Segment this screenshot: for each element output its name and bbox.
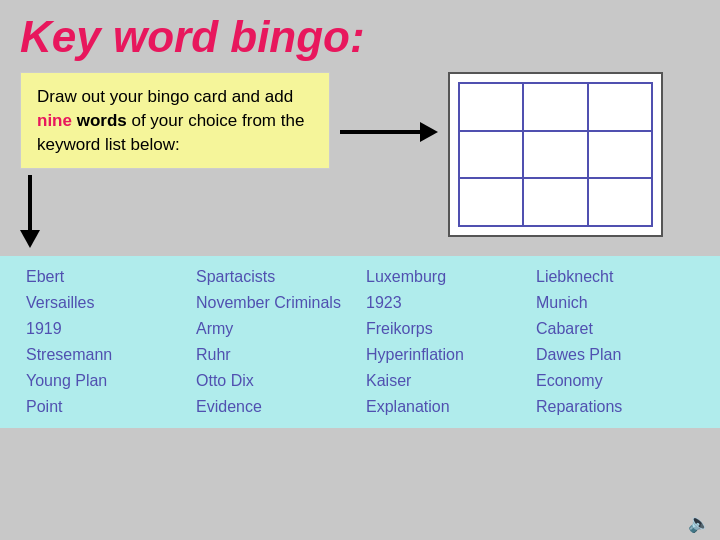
bingo-cell xyxy=(524,84,588,132)
list-item: Cabaret xyxy=(530,316,700,342)
list-item: Kaiser xyxy=(360,368,530,394)
list-item: Stresemann xyxy=(20,342,190,368)
arrow-down-container xyxy=(20,175,40,248)
list-item: 1919 xyxy=(20,316,190,342)
top-section: Draw out your bingo card and add nine wo… xyxy=(0,72,720,248)
list-item: Point xyxy=(20,394,190,420)
arrow-down-icon xyxy=(20,230,40,248)
list-item: November Criminals xyxy=(190,290,360,316)
list-item: Dawes Plan xyxy=(530,342,700,368)
instruction-bold: words xyxy=(77,111,127,130)
page-title: Key word bingo: xyxy=(20,12,700,62)
list-item: Freikorps xyxy=(360,316,530,342)
table-row: VersaillesNovember Criminals1923Munich xyxy=(20,290,700,316)
list-item: Evidence xyxy=(190,394,360,420)
bingo-grid xyxy=(458,82,653,227)
bingo-cell xyxy=(589,84,653,132)
table-row: Young PlanOtto DixKaiserEconomy xyxy=(20,368,700,394)
list-item: Hyperinflation xyxy=(360,342,530,368)
list-item: Ruhr xyxy=(190,342,360,368)
table-row: PointEvidenceExplanationReparations xyxy=(20,394,700,420)
arrow-right-line xyxy=(340,130,420,134)
list-item: Ebert xyxy=(20,264,190,290)
arrow-right-icon xyxy=(340,122,438,142)
keywords-table: EbertSpartacistsLuxemburgLiebknechtVersa… xyxy=(20,264,700,420)
list-item: Army xyxy=(190,316,360,342)
arrow-right-head xyxy=(420,122,438,142)
bingo-cell xyxy=(460,179,524,227)
list-item: Reparations xyxy=(530,394,700,420)
bingo-cell xyxy=(589,132,653,180)
bingo-cell xyxy=(589,179,653,227)
list-item: 1923 xyxy=(360,290,530,316)
bingo-cell xyxy=(460,132,524,180)
instruction-highlight: nine xyxy=(37,111,72,130)
list-item: Luxemburg xyxy=(360,264,530,290)
bingo-cell xyxy=(460,84,524,132)
bingo-card xyxy=(448,72,663,237)
speaker-icon: 🔈 xyxy=(688,512,710,534)
instruction-text-before: Draw out your bingo card and add xyxy=(37,87,293,106)
instruction-box: Draw out your bingo card and add nine wo… xyxy=(20,72,330,169)
list-item: Otto Dix xyxy=(190,368,360,394)
arrow-down-line xyxy=(28,175,32,230)
arrow-right-container xyxy=(330,72,448,192)
instruction-area: Draw out your bingo card and add nine wo… xyxy=(20,72,330,248)
list-item: Explanation xyxy=(360,394,530,420)
list-item: Munich xyxy=(530,290,700,316)
table-row: 1919ArmyFreikorpsCabaret xyxy=(20,316,700,342)
list-item: Liebknecht xyxy=(530,264,700,290)
table-row: EbertSpartacistsLuxemburgLiebknecht xyxy=(20,264,700,290)
keywords-section: EbertSpartacistsLuxemburgLiebknechtVersa… xyxy=(0,256,720,428)
list-item: Young Plan xyxy=(20,368,190,394)
list-item: Economy xyxy=(530,368,700,394)
table-row: StresemannRuhrHyperinflationDawes Plan xyxy=(20,342,700,368)
bingo-cell xyxy=(524,132,588,180)
header: Key word bingo: xyxy=(0,0,720,70)
list-item: Versailles xyxy=(20,290,190,316)
list-item: Spartacists xyxy=(190,264,360,290)
bingo-cell xyxy=(524,179,588,227)
